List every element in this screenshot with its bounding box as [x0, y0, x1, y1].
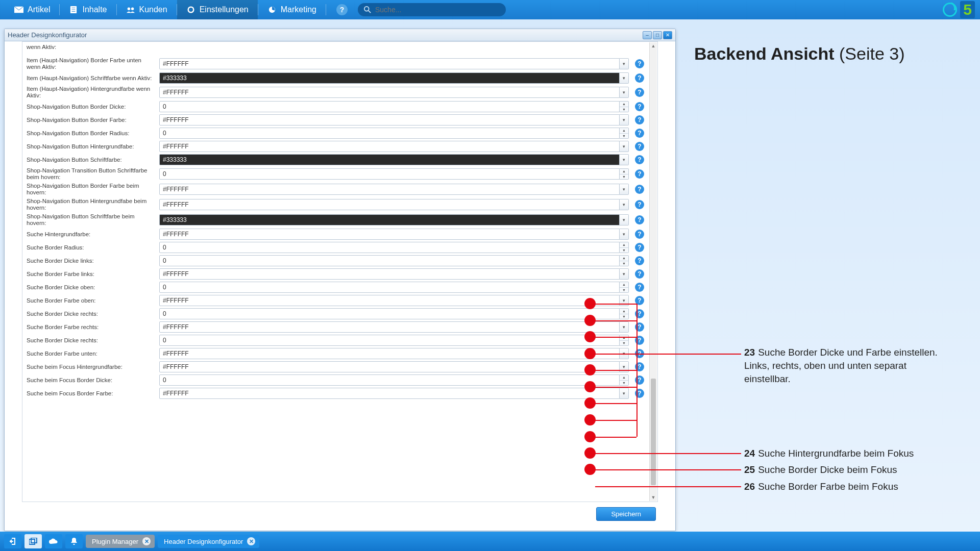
- color-input[interactable]: [159, 58, 620, 69]
- dropdown-trigger[interactable]: ▾: [620, 321, 629, 333]
- spinner[interactable]: ▲▼: [620, 255, 629, 266]
- color-input[interactable]: [159, 184, 620, 195]
- number-input[interactable]: [159, 255, 620, 266]
- field-help-button[interactable]: ?: [635, 243, 644, 252]
- scroll-track[interactable]: [651, 49, 656, 494]
- dropdown-trigger[interactable]: ▾: [620, 268, 629, 280]
- number-input[interactable]: [159, 308, 620, 319]
- color-input[interactable]: [159, 199, 620, 210]
- spin-down[interactable]: ▼: [620, 341, 628, 346]
- color-input[interactable]: [159, 321, 620, 333]
- help-button[interactable]: ?: [336, 4, 348, 15]
- maximize-button[interactable]: □: [653, 31, 662, 39]
- field-help-button[interactable]: ?: [635, 115, 644, 124]
- taskbar-logout[interactable]: [4, 534, 21, 548]
- spinner[interactable]: ▲▼: [620, 374, 629, 386]
- field-help-button[interactable]: ?: [635, 283, 644, 292]
- dropdown-trigger[interactable]: ▾: [620, 114, 629, 126]
- field-help-button[interactable]: ?: [635, 169, 644, 179]
- color-input[interactable]: [159, 268, 620, 280]
- field-help-button[interactable]: ?: [635, 155, 644, 164]
- color-input[interactable]: [159, 348, 620, 359]
- spinner[interactable]: ▲▼: [620, 128, 629, 139]
- menu-item-marketing[interactable]: Marketing: [258, 0, 326, 19]
- dropdown-trigger[interactable]: ▾: [620, 184, 629, 195]
- dropdown-trigger[interactable]: ▾: [620, 141, 629, 152]
- spinner[interactable]: ▲▼: [620, 168, 629, 180]
- menu-item-einstellungen[interactable]: Einstellungen: [177, 0, 258, 19]
- field-help-button[interactable]: ?: [635, 142, 644, 151]
- dropdown-trigger[interactable]: ▾: [620, 229, 629, 240]
- taskbar-item-header-designkonfigurator[interactable]: Header Designkonfigurator ✕: [158, 535, 259, 548]
- field-help-button[interactable]: ?: [635, 185, 644, 194]
- field-help-button[interactable]: ?: [635, 102, 644, 111]
- window-titlebar[interactable]: Header Designkonfigurator – □ ✕: [5, 29, 675, 41]
- scroll-down-arrow[interactable]: ▼: [650, 494, 657, 501]
- color-input[interactable]: [159, 72, 620, 84]
- dropdown-trigger[interactable]: ▾: [620, 154, 629, 165]
- spin-up[interactable]: ▲: [620, 375, 628, 381]
- dropdown-trigger[interactable]: ▾: [620, 388, 629, 399]
- scroll-up-arrow[interactable]: ▲: [650, 42, 657, 49]
- color-input[interactable]: [159, 361, 620, 372]
- spin-up[interactable]: ▲: [620, 102, 628, 107]
- save-button[interactable]: Speichern: [596, 507, 656, 521]
- number-input[interactable]: [159, 335, 620, 346]
- menu-item-inhalte[interactable]: Inhalte: [60, 0, 116, 19]
- spin-down[interactable]: ▼: [620, 381, 628, 386]
- taskbar-item-plugin-manager[interactable]: Plugin Manager ✕: [86, 535, 155, 548]
- scrollbar[interactable]: ▲ ▼: [649, 42, 657, 501]
- spin-up[interactable]: ▲: [620, 256, 628, 261]
- dropdown-trigger[interactable]: ▾: [620, 87, 629, 98]
- spin-down[interactable]: ▼: [620, 261, 628, 266]
- spin-down[interactable]: ▼: [620, 248, 628, 253]
- field-help-button[interactable]: ?: [635, 269, 644, 279]
- taskbar-notifications[interactable]: [65, 534, 83, 548]
- field-help-button[interactable]: ?: [635, 59, 644, 68]
- field-help-button[interactable]: ?: [635, 256, 644, 265]
- number-input[interactable]: [159, 282, 620, 293]
- number-input[interactable]: [159, 128, 620, 139]
- dropdown-trigger[interactable]: ▾: [620, 58, 629, 69]
- color-input[interactable]: [159, 87, 620, 98]
- spin-down[interactable]: ▼: [620, 174, 628, 180]
- spin-up[interactable]: ▲: [620, 282, 628, 288]
- dropdown-trigger[interactable]: ▾: [620, 214, 629, 226]
- spin-up[interactable]: ▲: [620, 242, 628, 248]
- dropdown-trigger[interactable]: ▾: [620, 199, 629, 210]
- spin-up[interactable]: ▲: [620, 169, 628, 174]
- close-icon[interactable]: ✕: [142, 537, 151, 545]
- field-help-button[interactable]: ?: [635, 230, 644, 239]
- close-icon[interactable]: ✕: [247, 537, 255, 545]
- taskbar-windows[interactable]: [24, 534, 42, 548]
- search-input[interactable]: [375, 6, 500, 14]
- field-help-button[interactable]: ?: [635, 88, 644, 97]
- color-input[interactable]: [159, 214, 620, 226]
- menu-item-kunden[interactable]: Kunden: [117, 0, 177, 19]
- spin-down[interactable]: ▼: [620, 134, 628, 139]
- number-input[interactable]: [159, 374, 620, 386]
- color-input[interactable]: [159, 388, 620, 399]
- close-button[interactable]: ✕: [663, 31, 672, 39]
- color-input[interactable]: [159, 141, 620, 152]
- color-input[interactable]: [159, 229, 620, 240]
- spinner[interactable]: ▲▼: [620, 242, 629, 253]
- number-input[interactable]: [159, 242, 620, 253]
- spin-down[interactable]: ▼: [620, 107, 628, 112]
- color-input[interactable]: [159, 154, 620, 165]
- spinner[interactable]: ▲▼: [620, 101, 629, 112]
- field-help-button[interactable]: ?: [635, 73, 644, 83]
- number-input[interactable]: [159, 101, 620, 112]
- field-help-button[interactable]: ?: [635, 200, 644, 209]
- color-input[interactable]: [159, 114, 620, 126]
- spin-up[interactable]: ▲: [620, 335, 628, 341]
- spinner[interactable]: ▲▼: [620, 308, 629, 319]
- taskbar-cache[interactable]: [45, 534, 62, 548]
- color-input[interactable]: [159, 295, 620, 306]
- number-input[interactable]: [159, 168, 620, 180]
- spinner[interactable]: ▲▼: [620, 282, 629, 293]
- field-help-button[interactable]: ?: [635, 129, 644, 138]
- field-help-button[interactable]: ?: [635, 215, 644, 224]
- spin-up[interactable]: ▲: [620, 128, 628, 134]
- spin-down[interactable]: ▼: [620, 314, 628, 319]
